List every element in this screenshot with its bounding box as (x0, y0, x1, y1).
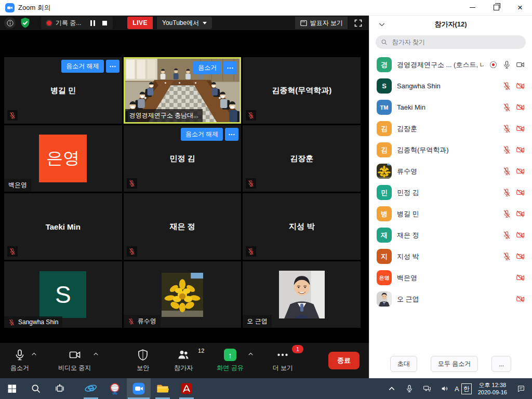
mute-all-button[interactable]: 모두 음소거 (431, 356, 478, 372)
participant-row[interactable]: 경경영경제연구소 ... (호스트, 나) (369, 54, 532, 75)
zoom-app-icon (132, 382, 145, 395)
participant-row[interactable]: 병병길 민 (369, 203, 532, 224)
stop-recording-icon[interactable] (102, 21, 107, 25)
participants-list: 경경영경제연구소 ... (호스트, 나)SSangwha ShinTMTaek… (369, 54, 532, 310)
record-indicator-icon (489, 60, 498, 69)
participant-name: 민정 김 (397, 188, 497, 197)
share-screen-button[interactable]: ↑ 화면 공유 (214, 349, 246, 373)
task-view-button[interactable] (48, 378, 72, 399)
security-button[interactable]: 보안 (134, 349, 152, 373)
video-tile[interactable]: 병길 민음소거 해제 (4, 57, 122, 124)
participant-row[interactable]: TMTaeki Min (369, 97, 532, 118)
participant-status-icons (502, 103, 525, 112)
search-input[interactable] (391, 38, 521, 46)
recording-indicator[interactable]: 기록 중... (41, 17, 113, 29)
live-badge: LIVE (127, 17, 153, 29)
restore-icon[interactable] (484, 0, 508, 15)
participant-row[interactable]: 지지성 박 (369, 246, 532, 267)
mic-off-icon (502, 188, 511, 197)
ask-to-unmute-button[interactable]: 음소거 해제 (61, 60, 103, 73)
avatar (377, 164, 392, 179)
mute-options-caret[interactable] (31, 351, 37, 357)
participant-row[interactable]: 김김종혁(무역학과) (369, 139, 532, 161)
meeting-info-icon[interactable] (4, 17, 16, 29)
close-icon[interactable]: × (508, 0, 532, 15)
flower-photo (162, 273, 203, 317)
meeting-topbar: 기록 중... LIVE YouTube에서 발표자 보기 (0, 16, 369, 30)
taskbar-acrobat[interactable] (175, 378, 198, 399)
tile-more-button[interactable] (223, 61, 237, 74)
camera-icon (516, 60, 525, 69)
video-tile[interactable]: SSangwha Shin (4, 261, 122, 328)
mic-off-icon (502, 124, 511, 133)
avatar: 김 (377, 142, 392, 157)
ask-to-unmute-button[interactable]: 음소거 (193, 61, 221, 74)
pause-recording-icon[interactable] (90, 20, 95, 26)
participants-button[interactable]: 12 참가자 (171, 349, 196, 373)
microphone-icon (14, 349, 26, 361)
taskbar-search-button[interactable] (24, 378, 48, 399)
video-tile[interactable]: 김종혁(무역학과) (243, 57, 361, 124)
taskbar-internet-explorer[interactable] (79, 378, 103, 399)
avatar: 은영 (377, 270, 392, 285)
tile-more-button[interactable] (225, 128, 238, 141)
name-text: Sangwha Shin (18, 318, 58, 326)
taskbar-clock[interactable]: 오후 12:38 2020-09-16 (474, 381, 511, 396)
camera-off-icon (516, 124, 525, 133)
video-tile[interactable]: 오 근엽 (243, 261, 361, 328)
encryption-shield-icon[interactable] (20, 17, 31, 29)
video-tile[interactable]: 류수영 (124, 261, 242, 328)
panel-more-button[interactable]: ... (491, 356, 511, 372)
mic-off-icon (502, 145, 511, 154)
tile-more-button[interactable] (106, 60, 119, 73)
tray-network-icon[interactable] (419, 378, 435, 399)
participant-row[interactable]: 김김장훈 (369, 118, 532, 139)
participants-title: 참가자(12) (369, 20, 532, 29)
mute-button[interactable]: 음소거 (7, 349, 32, 373)
share-options-caret[interactable] (247, 351, 254, 357)
video-tile[interactable]: 김장훈 (243, 125, 361, 192)
participant-name: 오 근엽 (397, 295, 511, 304)
leave-meeting-button[interactable]: 종료 (328, 352, 360, 369)
tray-show-hidden-icon[interactable] (384, 378, 400, 399)
ask-to-unmute-button[interactable]: 음소거 해제 (181, 128, 223, 141)
tray-volume-icon[interactable] (437, 378, 453, 399)
video-tile[interactable]: 민정 김음소거 해제 (124, 125, 242, 192)
ime-korean-indicator[interactable]: 한 (461, 383, 472, 394)
minimize-icon[interactable] (460, 0, 484, 15)
avatar: 지 (377, 249, 392, 264)
participant-row[interactable]: 은영백은영 (369, 267, 532, 288)
participant-status-icons (502, 145, 525, 154)
participant-row[interactable]: 오 근엽 (369, 288, 532, 310)
video-tile[interactable]: 은영백은영 (4, 125, 122, 192)
tray-microphone-icon[interactable] (402, 378, 417, 399)
video-tile[interactable]: 재은 정 (124, 193, 242, 260)
mic-muted-indicator (246, 178, 256, 189)
participant-row[interactable]: 민민정 김 (369, 182, 532, 203)
video-tile[interactable]: 지성 박 (243, 193, 361, 260)
participants-panel: 참가자(12) 경경영경제연구소 ... (호스트, 나)SSangwha Sh… (369, 16, 532, 378)
fullscreen-icon[interactable] (354, 19, 363, 28)
taskbar-snipping-tool[interactable] (103, 378, 127, 399)
participant-row[interactable]: 재재은 정 (369, 224, 532, 246)
participant-search[interactable] (376, 35, 526, 49)
avatar: 민 (377, 185, 392, 200)
taskbar-file-explorer[interactable] (151, 378, 175, 399)
video-tile[interactable]: 음소거경영경제연구소 충남대... (124, 57, 242, 124)
video-options-caret[interactable] (92, 351, 99, 357)
more-button[interactable]: 1 더 보기 (270, 349, 296, 373)
speaker-view-button[interactable]: 발표자 보기 (295, 17, 348, 29)
stop-video-button[interactable]: 비디오 중지 (55, 349, 94, 373)
camera-off-icon (516, 252, 525, 261)
video-tile[interactable]: Taeki Min (4, 193, 122, 260)
start-button[interactable] (0, 378, 24, 399)
youtube-stream-menu[interactable]: YouTube에서 (157, 17, 212, 29)
taskbar-zoom[interactable] (127, 378, 151, 399)
participant-name: 병길 민 (397, 209, 497, 219)
ime-latin-indicator[interactable]: A (455, 385, 459, 393)
action-center-icon[interactable] (513, 378, 529, 399)
participant-row[interactable]: SSangwha Shin (369, 75, 532, 97)
mic-icon (502, 60, 511, 69)
invite-button[interactable]: 초대 (390, 356, 417, 372)
participant-row[interactable]: 류수영 (369, 161, 532, 182)
